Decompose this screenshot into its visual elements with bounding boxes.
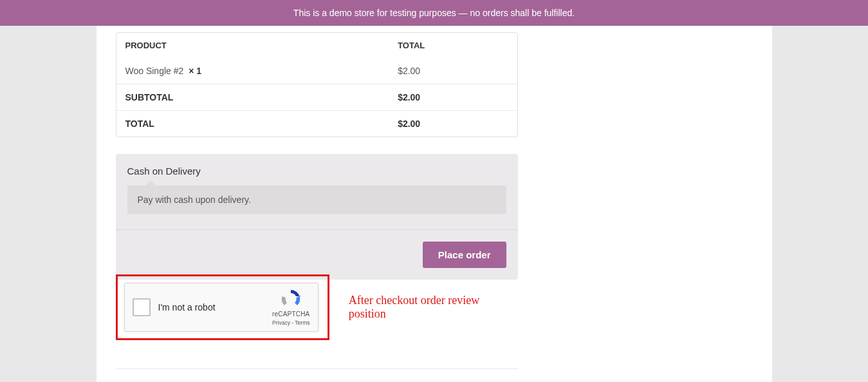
subtotal-label: SUBTOTAL xyxy=(116,84,389,111)
recaptcha-privacy-link[interactable]: Privacy xyxy=(272,320,290,326)
place-order-button[interactable]: Place order xyxy=(423,242,506,268)
total-value-cell: $2.00 xyxy=(389,111,517,137)
product-price-cell: $2.00 xyxy=(389,58,517,84)
page-container: PRODUCT TOTAL Woo Single #2 × 1 $2.00 SU… xyxy=(97,26,772,382)
total-value: $2.00 xyxy=(398,119,420,129)
banner-text: This is a demo store for testing purpose… xyxy=(293,8,575,18)
recaptcha-branding: reCAPTCHA Privacy - Terms xyxy=(272,289,309,326)
product-price: $2.00 xyxy=(398,66,420,76)
header-product: PRODUCT xyxy=(116,33,389,58)
recaptcha-checkbox[interactable] xyxy=(133,298,151,316)
checkout-content: PRODUCT TOTAL Woo Single #2 × 1 $2.00 SU… xyxy=(116,26,518,369)
total-row: TOTAL $2.00 xyxy=(116,111,517,137)
recaptcha-terms-link[interactable]: Terms xyxy=(295,320,309,326)
captcha-row: I'm not a robot reCAPTCHA xyxy=(116,274,518,340)
table-row: Woo Single #2 × 1 $2.00 xyxy=(116,58,517,84)
recaptcha-logo-icon xyxy=(281,289,301,309)
payment-actions: Place order xyxy=(116,229,518,280)
subtotal-row: SUBTOTAL $2.00 xyxy=(116,84,517,111)
product-quantity: × 1 xyxy=(189,66,201,76)
recaptcha-label: I'm not a robot xyxy=(158,302,216,312)
payment-section: Cash on Delivery Pay with cash upon deli… xyxy=(116,154,518,280)
recaptcha-brand-text: reCAPTCHA xyxy=(272,310,309,318)
recaptcha-links: Privacy - Terms xyxy=(272,320,309,326)
captcha-highlight-box: I'm not a robot reCAPTCHA xyxy=(116,274,329,340)
payment-method: Cash on Delivery Pay with cash upon deli… xyxy=(116,154,518,216)
demo-store-banner: This is a demo store for testing purpose… xyxy=(0,0,868,26)
product-cell: Woo Single #2 × 1 xyxy=(116,58,389,84)
subtotal-value-cell: $2.00 xyxy=(389,84,517,111)
subtotal-value: $2.00 xyxy=(398,92,420,102)
total-label: TOTAL xyxy=(116,111,389,137)
recaptcha-widget: I'm not a robot reCAPTCHA xyxy=(124,283,319,332)
annotation-label: After checkout order review position xyxy=(349,294,518,321)
header-total: TOTAL xyxy=(389,33,517,58)
table-header-row: PRODUCT TOTAL xyxy=(116,33,517,58)
product-name: Woo Single #2 xyxy=(125,66,184,76)
payment-method-description: Pay with cash upon delivery. xyxy=(127,186,506,214)
section-divider xyxy=(116,368,518,369)
order-review-table: PRODUCT TOTAL Woo Single #2 × 1 $2.00 SU… xyxy=(116,32,518,137)
payment-method-title: Cash on Delivery xyxy=(127,166,506,177)
